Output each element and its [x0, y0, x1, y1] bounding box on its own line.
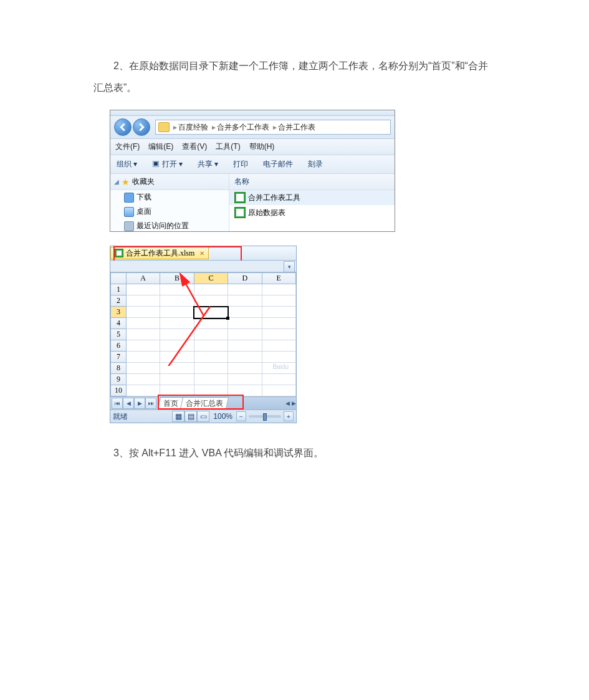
sheet-nav-prev[interactable]: ◀	[123, 398, 134, 409]
col-D[interactable]: D	[228, 273, 262, 284]
sidebar-favorites[interactable]: 收藏夹	[132, 176, 155, 187]
excel-status-bar: 就绪 ▦ ▤ ▭ 100% − +	[110, 410, 296, 423]
col-B[interactable]: B	[160, 273, 194, 284]
menu-file[interactable]: 文件(F)	[115, 141, 140, 152]
zoom-value: 100%	[213, 412, 232, 421]
col-A[interactable]: A	[127, 273, 160, 284]
arrow-right-icon	[137, 123, 146, 132]
step-2-paragraph: 2、在原始数据同目录下新建一个工作簿，建立两个工作表，名称分别为“首页”和“合并…	[93, 55, 496, 98]
sidebar-recent[interactable]: 最近访问的位置	[110, 219, 229, 233]
arrow-left-icon	[118, 123, 127, 132]
horizontal-scrollbar[interactable]: ◀ ▶	[226, 397, 296, 410]
breadcrumb-1[interactable]: 百度经验	[178, 122, 208, 133]
formula-dropdown[interactable]: ▾	[284, 261, 295, 272]
col-E[interactable]: E	[262, 273, 295, 284]
disclosure-icon[interactable]: ◢	[114, 178, 119, 185]
explorer-file-pane: 名称 合并工作表工具 原始数据表	[229, 174, 395, 231]
folder-icon	[158, 122, 170, 132]
menu-help[interactable]: 帮助(H)	[249, 141, 275, 152]
excel-filetab-row: 合并工作表工具.xlsm ✕	[110, 246, 296, 261]
sidebar-downloads[interactable]: 下载	[110, 190, 229, 204]
sheet-nav-first[interactable]: ⏮	[112, 398, 123, 409]
formula-bar-area: ▾	[110, 261, 296, 272]
toolbar-organize[interactable]: 组织 ▾	[117, 159, 137, 170]
excel-icon	[115, 249, 123, 257]
desktop-icon	[124, 207, 134, 217]
zoom-out-button[interactable]: −	[236, 411, 246, 421]
file-row-2[interactable]: 原始数据表	[229, 205, 395, 220]
address-bar[interactable]: ▸ 百度经验 ▸ 合并多个工作表 ▸ 合并工作表	[155, 120, 391, 135]
sheet-tab-bar: ⏮ ◀ ▶ ⏭ 首页 合并汇总表 ◀ ▶	[110, 396, 296, 410]
downloads-icon	[124, 193, 134, 203]
sheet-nav-last[interactable]: ⏭	[145, 398, 156, 409]
toolbar-open[interactable]: ▣ 打开 ▾	[152, 159, 183, 170]
sheet-tab-summary[interactable]: 合并汇总表	[180, 397, 229, 410]
sidebar-desktop[interactable]: 桌面	[110, 204, 229, 219]
step-3-paragraph: 3、按 Alt+F11 进入 VBA 代码编辑和调试界面。	[93, 442, 496, 464]
spreadsheet-grid[interactable]: A B C D E 1 2 3 4 5 6 7 8 9 10 Baidu	[110, 272, 296, 396]
explorer-sidebar: ◢ ★ 收藏夹 下载 桌面 最近访问的位置	[110, 174, 229, 231]
toolbar-share[interactable]: 共享 ▾	[198, 159, 218, 170]
zoom-slider[interactable]	[249, 415, 281, 418]
explorer-menubar: 文件(F) 编辑(E) 查看(V) 工具(T) 帮助(H)	[110, 139, 395, 155]
explorer-window: ▸ 百度经验 ▸ 合并多个工作表 ▸ 合并工作表 文件(F) 编辑(E) 查看(…	[110, 110, 395, 232]
star-icon: ★	[122, 177, 130, 187]
window-titlebar	[110, 110, 395, 116]
toolbar-burn[interactable]: 刻录	[308, 159, 323, 170]
excel-icon	[234, 192, 246, 203]
file-row-1[interactable]: 合并工作表工具	[229, 190, 395, 205]
corner-cell[interactable]	[111, 273, 127, 284]
workbook-tab[interactable]: 合并工作表工具.xlsm ✕	[110, 247, 209, 259]
forward-button[interactable]	[133, 118, 150, 136]
menu-edit[interactable]: 编辑(E)	[148, 141, 173, 152]
menu-view[interactable]: 查看(V)	[182, 141, 207, 152]
view-pagebreak-button[interactable]: ▭	[197, 411, 209, 422]
view-normal-button[interactable]: ▦	[172, 411, 184, 422]
zoom-in-button[interactable]: +	[284, 411, 294, 421]
toolbar-print[interactable]: 打印	[233, 159, 248, 170]
menu-tools[interactable]: 工具(T)	[216, 141, 240, 152]
breadcrumb-3[interactable]: 合并工作表	[278, 122, 315, 133]
back-button[interactable]	[114, 118, 132, 136]
breadcrumb-2[interactable]: 合并多个工作表	[217, 122, 269, 133]
explorer-nav-bar: ▸ 百度经验 ▸ 合并多个工作表 ▸ 合并工作表	[110, 116, 395, 139]
toolbar-email[interactable]: 电子邮件	[263, 159, 293, 170]
column-header-name[interactable]: 名称	[229, 174, 395, 190]
view-layout-button[interactable]: ▤	[184, 411, 197, 422]
explorer-toolbar: 组织 ▾ ▣ 打开 ▾ 共享 ▾ 打印 电子邮件 刻录	[110, 155, 395, 174]
sheet-nav-next[interactable]: ▶	[134, 398, 145, 409]
excel-window: 合并工作表工具.xlsm ✕ ▾ A B C D E 1 2 3	[110, 246, 297, 423]
close-icon[interactable]: ✕	[199, 250, 204, 257]
status-text: 就绪	[113, 411, 128, 422]
recent-icon	[124, 221, 134, 231]
col-C[interactable]: C	[194, 273, 227, 284]
excel-icon	[234, 207, 246, 218]
